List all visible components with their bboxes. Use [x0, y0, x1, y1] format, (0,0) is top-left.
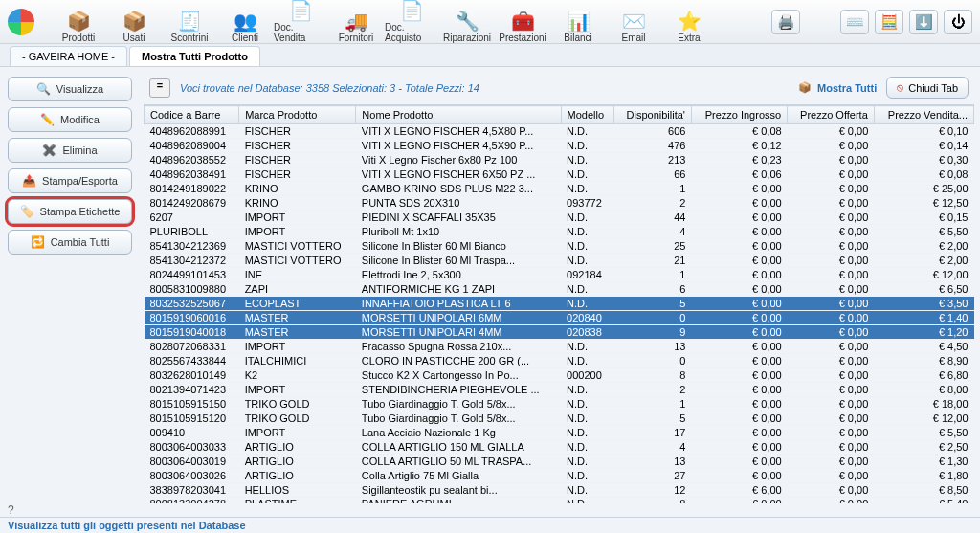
table-cell: € 5,50: [874, 225, 973, 239]
table-row[interactable]: PLURIBOLLIMPORTPluriboll Mt 1x10N.D.4€ 0…: [145, 225, 974, 239]
toolbar-right-button-3[interactable]: ⬇️: [909, 10, 938, 34]
close-icon: ⦸: [897, 81, 903, 94]
column-header[interactable]: Disponibilita': [614, 106, 692, 124]
toolbar-usati-button[interactable]: 📦Usati: [107, 1, 161, 43]
sidebar-label: Stampa Etichette: [40, 206, 121, 217]
table-cell: Sigillanteostik pu sealant bi...: [356, 483, 561, 498]
table-cell: IMPORT: [239, 340, 356, 354]
table-cell: € 0,00: [691, 325, 787, 340]
column-header[interactable]: Prezzo Offerta: [788, 106, 875, 124]
table-row[interactable]: 4048962038552FISCHERViti X Legno Fischer…: [145, 153, 974, 167]
toolbar-label: Doc. Acquisto: [385, 22, 438, 43]
sidebar-elimina-button[interactable]: ✖️Elimina: [8, 138, 132, 163]
column-header[interactable]: Modello: [561, 106, 614, 124]
table-cell: 3838978203041: [145, 483, 239, 498]
mostra-tutti-label: 📦 Mostra Tutti: [798, 81, 877, 94]
database-info-label: Voci trovate nel Database: 3358 Selezion…: [180, 82, 479, 94]
toolbar-extra-button[interactable]: ⭐Extra: [662, 1, 716, 43]
table-row[interactable]: 8015919040018MASTERMORSETTI UNIPOLARI 4M…: [145, 325, 974, 340]
table-row[interactable]: 8021394071423IMPORTSTENDIBINCHERIA PIEGH…: [145, 383, 974, 397]
toolbar-icon: 📊: [567, 11, 590, 31]
toolbar-riparazioni-button[interactable]: 🔧Riparazioni: [440, 1, 494, 43]
table-row[interactable]: 8014249208679KRINOPUNTA SDS 20X310093772…: [145, 196, 974, 211]
table-cell: € 0,00: [788, 282, 875, 297]
table-row[interactable]: 009410IMPORTLana Acciaio Nazionale 1 KgN…: [145, 426, 974, 440]
sidebar-stampa-esporta-button[interactable]: 📤Stampa/Esporta: [8, 168, 132, 193]
table-cell: € 0,00: [788, 239, 875, 254]
table-cell: 12: [614, 483, 692, 498]
table-cell: 6207: [145, 211, 239, 225]
toolbar-bilanci-button[interactable]: 📊Bilanci: [551, 1, 605, 43]
table-row[interactable]: 8028072068331IMPORTFracasso Spugna Rossa…: [145, 340, 974, 354]
table-row[interactable]: 8014249189022KRINOGAMBO KRINO SDS PLUS M…: [145, 182, 974, 196]
table-cell: N.D.: [561, 440, 614, 455]
table-row[interactable]: 8015105915120TRIKO GOLDTubo Giardinaggio…: [145, 411, 974, 426]
column-header[interactable]: Marca Prodotto: [239, 106, 356, 124]
toolbar-right-button-0[interactable]: 🖨️: [771, 10, 800, 34]
table-cell: € 8,90: [874, 354, 973, 368]
column-header[interactable]: Codice a Barre: [145, 106, 239, 124]
table-row[interactable]: 6207IMPORTPIEDINI X SCAFFALI 35X35N.D.44…: [145, 211, 974, 225]
table-row[interactable]: 8025567433844ITALCHIMICICLORO IN PASTICC…: [145, 354, 974, 368]
table-cell: MORSETTI UNIPOLARI 6MM: [356, 311, 561, 325]
table-cell: VITI X LEGNO FISCHER 4,5X90 P...: [356, 139, 561, 153]
table-cell: IMPORT: [239, 211, 356, 225]
sidebar-stampa-etichette-button[interactable]: 🏷️Stampa Etichette: [8, 199, 132, 224]
table-cell: 8015105915120: [145, 411, 239, 426]
table-row[interactable]: 8032628010149K2Stucco K2 X Cartongesso I…: [145, 368, 974, 383]
table-cell: € 18,00: [874, 397, 973, 411]
table-cell: € 2,00: [874, 239, 973, 254]
toolbar-label: Bilanci: [564, 33, 591, 43]
table-cell: 4048962089004: [145, 139, 239, 153]
chiudi-tab-button[interactable]: ⦸ Chiudi Tab: [886, 77, 969, 99]
column-header[interactable]: Nome Prodotto: [356, 106, 561, 124]
tab-mostra-tutti-prodotto[interactable]: Mostra Tutti Prodotto: [129, 46, 260, 66]
toolbar-fornitori-button[interactable]: 🚚Fornitori: [329, 1, 383, 43]
tab--gaveira-home-[interactable]: - GAVEIRA HOME -: [10, 46, 127, 66]
toolbar-prodotti-button[interactable]: 📦Prodotti: [52, 1, 105, 43]
column-header[interactable]: Prezzo Ingrosso: [691, 106, 787, 124]
table-cell: Tubo Giardinaggio T. Gold 5/8x...: [356, 397, 561, 411]
table-row[interactable]: 4048962088991FISCHERVITI X LEGNO FISCHER…: [145, 124, 974, 139]
table-row[interactable]: 3838978203041HELLIOSSigillanteostik pu s…: [145, 483, 974, 498]
sidebar-modifica-button[interactable]: ✏️Modifica: [8, 107, 132, 132]
toolbar-clienti-button[interactable]: 👥Clienti: [218, 1, 272, 43]
table-cell: N.D.: [561, 397, 614, 411]
toolbar-email-button[interactable]: ✉️Email: [607, 1, 660, 43]
table-cell: 1: [614, 182, 692, 196]
table-row[interactable]: 8015105915150TRIKO GOLDTubo Giardinaggio…: [145, 397, 974, 411]
sidebar-label: Stampa/Esporta: [42, 175, 118, 187]
table-cell: N.D.: [561, 182, 614, 196]
table-row[interactable]: 8003064003033ARTIGLIOCOLLA ARTIGLIO 150 …: [145, 440, 974, 455]
table-row[interactable]: 4048962038491FISCHERVITI X LEGNO FISCHER…: [145, 167, 974, 182]
table-row[interactable]: 8541304212372MASTICI VOTTEROSilicone In …: [145, 254, 974, 268]
toolbar-doc-vendita-button[interactable]: 📄Doc. Vendita: [274, 1, 327, 43]
table-row[interactable]: 8005831009880ZAPIANTIFORMICHE KG 1 ZAPIN…: [145, 282, 974, 297]
toolbar-scontrini-button[interactable]: 🧾Scontrini: [163, 1, 216, 43]
table-cell: € 1,40: [874, 311, 973, 325]
table-row[interactable]: 8032532525067ECOPLASTINNAFFIATOIO PLASTI…: [145, 297, 974, 311]
table-row[interactable]: 8003064003026ARTIGLIOColla Artiglio 75 M…: [145, 469, 974, 483]
column-header[interactable]: Prezzo Vendita...: [874, 106, 973, 124]
equals-button[interactable]: =: [149, 78, 170, 98]
sidebar-cambia-tutti-button[interactable]: 🔁Cambia Tutti: [8, 230, 132, 255]
table-cell: € 0,00: [691, 397, 787, 411]
table-row[interactable]: 8024499101453INEElettrodi Ine 2, 5x30009…: [145, 268, 974, 282]
tab-bar: - GAVEIRA HOME -Mostra Tutti Prodotto: [0, 44, 980, 67]
sidebar-visualizza-button[interactable]: 🔍Visualizza: [8, 77, 132, 101]
toolbar-icon: 📄: [400, 1, 424, 20]
table-row[interactable]: 8003064003019ARTIGLIOCOLLA ARTIGLIO 50 M…: [145, 455, 974, 469]
toolbar-right-button-2[interactable]: 🧮: [875, 10, 903, 34]
toolbar-label: Usati: [123, 33, 145, 43]
toolbar-right-button-4[interactable]: ⏻: [944, 10, 972, 34]
table-cell: ECOPLAST: [239, 297, 356, 311]
toolbar-doc-acquisto-button[interactable]: 📄Doc. Acquisto: [385, 1, 438, 43]
table-row[interactable]: 4048962089004FISCHERVITI X LEGNO FISCHER…: [145, 139, 974, 153]
table-row[interactable]: 8541304212369MASTICI VOTTEROSilicone In …: [145, 239, 974, 254]
table-cell: € 0,00: [788, 354, 875, 368]
data-grid[interactable]: Codice a BarreMarca ProdottoNome Prodott…: [144, 104, 974, 503]
toolbar-prestazioni-button[interactable]: 🧰Prestazioni: [496, 1, 549, 43]
toolbar-right-button-1[interactable]: ⌨️: [840, 10, 869, 34]
table-cell: Lana Acciaio Nazionale 1 Kg: [356, 426, 561, 440]
table-row[interactable]: 8015919060016MASTERMORSETTI UNIPOLARI 6M…: [145, 311, 974, 325]
